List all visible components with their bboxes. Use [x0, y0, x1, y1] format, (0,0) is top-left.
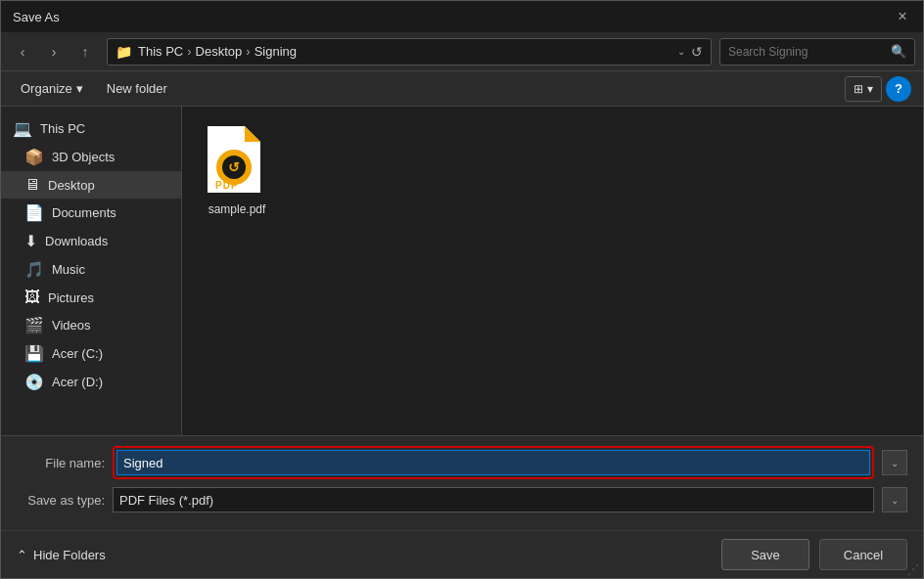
sidebar-label-acerc: Acer (C:) [52, 346, 103, 361]
filename-dropdown-button[interactable]: ⌄ [882, 450, 907, 475]
acerc-icon: 💾 [24, 344, 44, 363]
sidebar-item-videos[interactable]: 🎬 Videos [1, 311, 181, 339]
footer-buttons: Save Cancel [721, 539, 907, 570]
svg-text:PDF: PDF [215, 180, 238, 191]
hide-folders-label: Hide Folders [33, 548, 106, 562]
title-bar: Save As × [1, 1, 923, 32]
bottom-panel: File name: ⌄ Save as type: ⌄ [1, 435, 923, 530]
sidebar-label-thispc: This PC [40, 121, 85, 136]
breadcrumb-signing[interactable]: Signing [254, 44, 297, 59]
thispc-icon: 💻 [13, 119, 32, 138]
filename-input[interactable] [116, 450, 870, 475]
sidebar-label-downloads: Downloads [45, 234, 108, 248]
svg-text:↺: ↺ [228, 159, 240, 175]
new-folder-button[interactable]: New folder [99, 77, 175, 100]
search-icon: 🔍 [891, 44, 906, 59]
filetype-select-wrapper [113, 487, 874, 512]
close-button[interactable]: × [894, 8, 911, 25]
save-as-dialog: Save As × ‹ › ↑ 📁 This PC › Desktop › Si… [0, 0, 924, 579]
sidebar-item-thispc[interactable]: 💻 This PC [1, 114, 181, 143]
main-content: 💻 This PC 📦 3D Objects 🖥 Desktop 📄 Docum… [1, 107, 923, 435]
sidebar-label-acerd: Acer (D:) [52, 375, 103, 389]
sidebar-label-desktop: Desktop [48, 178, 95, 193]
filename-row: File name: ⌄ [17, 446, 907, 479]
view-grid-icon: ⊞ [854, 82, 863, 96]
toolbar2-right: ⊞ ▾ ? [845, 76, 911, 102]
filetype-row: Save as type: ⌄ [17, 487, 907, 512]
forward-button[interactable]: › [40, 38, 68, 66]
acerd-icon: 💿 [24, 373, 44, 391]
sidebar-label-music: Music [52, 262, 85, 277]
sidebar-item-documents[interactable]: 📄 Documents [1, 199, 181, 227]
sidebar-item-downloads[interactable]: ⬇ Downloads [1, 227, 181, 255]
file-item-sample-pdf[interactable]: ↺ PDF sample.pdf [198, 122, 276, 220]
organize-arrow-icon: ▾ [76, 81, 83, 96]
breadcrumb-sep-2: › [246, 44, 250, 59]
refresh-icon[interactable]: ↺ [691, 44, 703, 60]
address-dropdown-icon[interactable]: ⌄ [677, 46, 685, 57]
folder-icon: 📁 [116, 44, 132, 60]
footer: ⌃ Hide Folders Save Cancel [1, 530, 923, 578]
sidebar-label-documents: Documents [52, 205, 116, 220]
filetype-label: Save as type: [17, 493, 105, 508]
search-box[interactable]: 🔍 [719, 38, 915, 66]
organize-toolbar: Organize ▾ New folder ⊞ ▾ ? [1, 71, 923, 107]
file-name-label: sample.pdf [208, 202, 266, 216]
help-button[interactable]: ? [886, 76, 911, 102]
desktop-icon: 🖥 [24, 176, 40, 194]
breadcrumb: This PC › Desktop › Signing [138, 44, 671, 59]
sidebar-label-3dobjects: 3D Objects [52, 150, 115, 164]
nav-toolbar: ‹ › ↑ 📁 This PC › Desktop › Signing ⌄ ↺ … [1, 32, 923, 71]
sidebar-item-pictures[interactable]: 🖼 Pictures [1, 284, 181, 311]
sidebar-label-pictures: Pictures [48, 290, 94, 305]
hide-folders-button[interactable]: ⌃ Hide Folders [17, 548, 106, 562]
svg-marker-1 [245, 126, 260, 142]
filename-input-wrapper [113, 446, 874, 479]
address-bar[interactable]: 📁 This PC › Desktop › Signing ⌄ ↺ [107, 38, 712, 66]
sidebar-item-desktop[interactable]: 🖥 Desktop [1, 171, 181, 199]
filetype-input[interactable] [113, 487, 874, 512]
file-area: ↺ PDF sample.pdf [182, 107, 923, 435]
sidebar: 💻 This PC 📦 3D Objects 🖥 Desktop 📄 Docum… [1, 107, 182, 435]
dialog-title: Save As [13, 10, 60, 24]
breadcrumb-desktop[interactable]: Desktop [196, 44, 243, 59]
3dobjects-icon: 📦 [24, 148, 44, 166]
breadcrumb-sep-1: › [187, 44, 191, 59]
up-button[interactable]: ↑ [71, 38, 99, 66]
view-arrow-icon: ▾ [867, 82, 873, 96]
filename-label: File name: [17, 456, 105, 470]
search-input[interactable] [728, 45, 887, 59]
save-button[interactable]: Save [721, 539, 809, 570]
resize-handle[interactable]: ⋰ [907, 562, 919, 576]
sidebar-label-videos: Videos [52, 318, 91, 333]
view-button[interactable]: ⊞ ▾ [845, 76, 882, 102]
documents-icon: 📄 [24, 203, 44, 222]
back-button[interactable]: ‹ [9, 38, 36, 66]
sidebar-item-3dobjects[interactable]: 📦 3D Objects [1, 143, 181, 171]
sidebar-item-music[interactable]: 🎵 Music [1, 255, 181, 284]
breadcrumb-thispc[interactable]: This PC [138, 44, 183, 59]
downloads-icon: ⬇ [24, 232, 37, 250]
videos-icon: 🎬 [24, 316, 44, 334]
pdf-file-icon: ↺ PDF [208, 126, 266, 197]
organize-label: Organize [21, 81, 72, 96]
filetype-dropdown-button[interactable]: ⌄ [882, 487, 907, 512]
hide-folders-arrow-icon: ⌃ [17, 548, 27, 562]
music-icon: 🎵 [24, 260, 44, 279]
organize-button[interactable]: Organize ▾ [13, 77, 91, 100]
sidebar-item-acerd[interactable]: 💿 Acer (D:) [1, 368, 181, 396]
sidebar-item-acerc[interactable]: 💾 Acer (C:) [1, 339, 181, 368]
pictures-icon: 🖼 [24, 289, 40, 306]
cancel-button[interactable]: Cancel [819, 539, 907, 570]
